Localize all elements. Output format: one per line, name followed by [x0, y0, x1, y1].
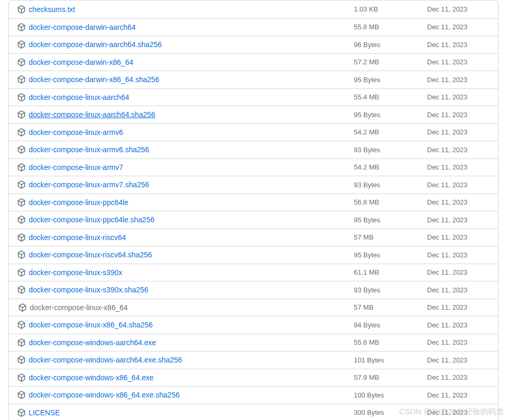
- asset-download-link[interactable]: docker-compose-linux-armv6: [17, 128, 123, 137]
- asset-size: 300 Bytes: [354, 408, 427, 416]
- asset-download-link[interactable]: docker-compose-linux-aarch64.sha256: [17, 110, 155, 119]
- asset-date: Dec 11, 2023: [427, 251, 490, 259]
- asset-download-link[interactable]: docker-compose-linux-ppc64le.sha256: [17, 215, 154, 224]
- asset-filename: LICENSE: [29, 408, 60, 417]
- asset-size: 94 Bytes: [354, 321, 427, 329]
- asset-filename: docker-compose-windows-x86_64.exe: [29, 373, 154, 382]
- asset-size: 95 Bytes: [354, 216, 427, 224]
- asset-download-link[interactable]: docker-compose-windows-x86_64.exe: [17, 373, 154, 382]
- asset-size: 1.03 KB: [354, 5, 427, 13]
- asset-name-cell: docker-compose-linux-ppc64le: [17, 198, 354, 207]
- asset-size: 93 Bytes: [354, 181, 427, 189]
- asset-date: Dec 11, 2023: [427, 408, 490, 416]
- asset-download-link[interactable]: docker-compose-linux-x86_64: [17, 302, 129, 313]
- asset-date: Dec 11, 2023: [427, 58, 490, 66]
- asset-name-cell: docker-compose-linux-s390x: [17, 268, 354, 277]
- asset-size: 57 MB: [354, 233, 427, 241]
- package-icon: [17, 408, 26, 417]
- asset-row: docker-compose-linux-aarch6455.4 MBDec 1…: [9, 88, 498, 106]
- assets-list: checksums.txt1.03 KBDec 11, 2023docker-c…: [8, 0, 499, 420]
- asset-date: Dec 11, 2023: [427, 356, 490, 364]
- asset-row: LICENSE300 BytesDec 11, 2023: [9, 404, 498, 421]
- asset-date: Dec 11, 2023: [427, 111, 490, 119]
- asset-name-cell: docker-compose-linux-ppc64le.sha256: [17, 215, 354, 224]
- asset-size: 95 Bytes: [354, 76, 427, 84]
- asset-download-link[interactable]: docker-compose-windows-aarch64.exe: [17, 338, 156, 347]
- asset-filename: docker-compose-linux-armv6.sha256: [29, 145, 149, 154]
- asset-filename: docker-compose-linux-armv7: [29, 163, 123, 172]
- asset-download-link[interactable]: docker-compose-darwin-x86_64.sha256: [17, 75, 159, 84]
- asset-date: Dec 11, 2023: [427, 163, 490, 171]
- asset-filename: docker-compose-darwin-aarch64: [29, 23, 136, 31]
- asset-name-cell: docker-compose-linux-armv7.sha256: [17, 180, 354, 189]
- highlight-box: docker-compose-linux-x86_64: [17, 302, 129, 313]
- asset-row: docker-compose-linux-armv754.2 MBDec 11,…: [9, 158, 498, 176]
- asset-row: docker-compose-linux-riscv6457 MBDec 11,…: [9, 229, 498, 246]
- asset-date: Dec 11, 2023: [427, 198, 490, 206]
- package-icon: [17, 23, 26, 31]
- asset-row: docker-compose-darwin-aarch6455.8 MBDec …: [9, 18, 498, 36]
- asset-download-link[interactable]: LICENSE: [17, 408, 60, 417]
- asset-download-link[interactable]: docker-compose-darwin-x86_64: [17, 58, 133, 66]
- asset-download-link[interactable]: docker-compose-linux-aarch64: [17, 93, 129, 101]
- asset-filename: docker-compose-windows-aarch64.exe: [29, 338, 156, 347]
- asset-name-cell: docker-compose-linux-aarch64.sha256: [17, 110, 354, 119]
- asset-download-link[interactable]: docker-compose-linux-armv7: [17, 163, 123, 172]
- package-icon: [17, 233, 26, 242]
- asset-download-link[interactable]: checksums.txt: [17, 5, 75, 14]
- asset-row: checksums.txt1.03 KBDec 11, 2023: [9, 1, 498, 18]
- asset-name-cell: docker-compose-linux-x86_64.sha256: [17, 321, 354, 329]
- asset-row: docker-compose-linux-riscv64.sha25695 By…: [9, 246, 498, 264]
- asset-date: Dec 11, 2023: [427, 93, 490, 101]
- asset-date: Dec 11, 2023: [427, 146, 490, 154]
- asset-download-link[interactable]: docker-compose-linux-s390x.sha256: [17, 286, 148, 294]
- asset-size: 96 Bytes: [354, 41, 427, 49]
- package-icon: [17, 356, 26, 364]
- asset-date: Dec 11, 2023: [427, 5, 490, 13]
- asset-name-cell: docker-compose-darwin-aarch64: [17, 23, 354, 31]
- asset-date: Dec 11, 2023: [427, 128, 490, 136]
- asset-download-link[interactable]: docker-compose-darwin-aarch64: [17, 23, 136, 31]
- asset-row: docker-compose-linux-s390x61.1 MBDec 11,…: [9, 264, 498, 281]
- asset-size: 57.9 MB: [354, 373, 427, 381]
- asset-filename: docker-compose-linux-armv6: [29, 128, 123, 137]
- asset-download-link[interactable]: docker-compose-linux-x86_64.sha256: [17, 321, 153, 329]
- asset-size: 93 Bytes: [354, 286, 427, 294]
- asset-filename: docker-compose-linux-armv7.sha256: [29, 180, 149, 189]
- asset-row: docker-compose-darwin-x86_6457.2 MBDec 1…: [9, 53, 498, 71]
- asset-name-cell: docker-compose-linux-riscv64.sha256: [17, 251, 354, 259]
- asset-row: docker-compose-linux-armv6.sha25693 Byte…: [9, 141, 498, 158]
- asset-name-cell: docker-compose-linux-armv6: [17, 128, 354, 137]
- asset-filename: checksums.txt: [29, 5, 75, 14]
- asset-size: 56.8 MB: [354, 198, 427, 206]
- asset-download-link[interactable]: docker-compose-linux-s390x: [17, 268, 122, 277]
- package-icon: [17, 93, 26, 101]
- asset-filename: docker-compose-linux-aarch64.sha256: [29, 110, 155, 119]
- asset-download-link[interactable]: docker-compose-linux-armv6.sha256: [17, 145, 149, 154]
- package-icon: [17, 198, 26, 207]
- asset-name-cell: docker-compose-darwin-x86_64: [17, 58, 354, 66]
- asset-size: 55.8 MB: [354, 23, 427, 31]
- asset-row: docker-compose-linux-ppc64le56.8 MBDec 1…: [9, 194, 498, 211]
- asset-name-cell: docker-compose-darwin-aarch64.sha256: [17, 40, 354, 49]
- asset-filename: docker-compose-linux-x86_64: [30, 303, 128, 312]
- asset-row: docker-compose-darwin-x86_64.sha25695 By…: [9, 71, 498, 88]
- asset-row: docker-compose-linux-aarch64.sha25695 By…: [9, 106, 498, 123]
- asset-download-link[interactable]: docker-compose-windows-aarch64.exe.sha25…: [17, 356, 182, 364]
- asset-download-link[interactable]: docker-compose-linux-riscv64.sha256: [17, 251, 152, 259]
- asset-download-link[interactable]: docker-compose-linux-armv7.sha256: [17, 180, 149, 189]
- package-icon: [17, 75, 26, 84]
- asset-download-link[interactable]: docker-compose-linux-ppc64le: [17, 198, 129, 207]
- asset-filename: docker-compose-linux-aarch64: [29, 93, 129, 101]
- asset-filename: docker-compose-linux-ppc64le: [29, 198, 129, 207]
- asset-download-link[interactable]: docker-compose-linux-riscv64: [17, 233, 126, 242]
- asset-filename: docker-compose-darwin-x86_64: [29, 58, 133, 66]
- asset-name-cell: docker-compose-linux-aarch64: [17, 93, 354, 101]
- asset-date: Dec 11, 2023: [427, 338, 490, 346]
- asset-size: 55.6 MB: [354, 338, 427, 346]
- asset-download-link[interactable]: docker-compose-darwin-aarch64.sha256: [17, 40, 162, 49]
- asset-download-link[interactable]: docker-compose-windows-x86_64.exe.sha256: [17, 391, 180, 399]
- package-icon: [17, 391, 26, 399]
- asset-name-cell: docker-compose-windows-aarch64.exe: [17, 338, 354, 347]
- asset-filename: docker-compose-linux-s390x.sha256: [29, 286, 148, 294]
